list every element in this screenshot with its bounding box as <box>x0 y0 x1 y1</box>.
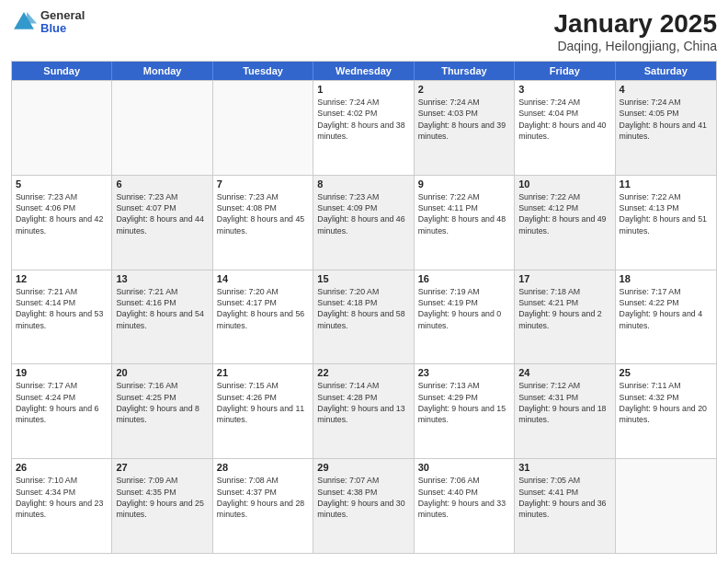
logo: General Blue <box>11 9 85 36</box>
logo-icon <box>11 9 37 35</box>
weekday-header: Friday <box>515 62 615 80</box>
calendar-cell: 20Sunrise: 7:16 AM Sunset: 4:25 PM Dayli… <box>112 364 212 458</box>
cell-info: Sunrise: 7:17 AM Sunset: 4:24 PM Dayligh… <box>16 380 108 425</box>
day-number: 2 <box>418 84 510 95</box>
calendar-cell: 13Sunrise: 7:21 AM Sunset: 4:16 PM Dayli… <box>112 270 212 364</box>
day-number: 15 <box>317 273 409 284</box>
day-number: 22 <box>317 367 409 378</box>
day-number: 11 <box>620 178 712 190</box>
day-number: 21 <box>217 367 309 378</box>
cell-info: Sunrise: 7:20 AM Sunset: 4:17 PM Dayligh… <box>217 286 309 331</box>
day-number: 19 <box>16 367 108 378</box>
day-number: 16 <box>418 273 510 284</box>
cell-info: Sunrise: 7:17 AM Sunset: 4:22 PM Dayligh… <box>620 286 712 331</box>
cell-info: Sunrise: 7:13 AM Sunset: 4:29 PM Dayligh… <box>418 380 510 425</box>
calendar-cell: 10Sunrise: 7:22 AM Sunset: 4:12 PM Dayli… <box>515 176 615 270</box>
cell-info: Sunrise: 7:08 AM Sunset: 4:37 PM Dayligh… <box>217 475 309 520</box>
calendar-cell: 16Sunrise: 7:19 AM Sunset: 4:19 PM Dayli… <box>415 270 515 364</box>
cell-info: Sunrise: 7:23 AM Sunset: 4:09 PM Dayligh… <box>317 191 409 236</box>
weekday-header: Thursday <box>415 62 515 80</box>
day-number: 4 <box>620 84 712 95</box>
day-number: 6 <box>116 178 208 190</box>
weekday-header: Monday <box>112 62 212 80</box>
day-number: 12 <box>16 273 108 284</box>
calendar-cell: 22Sunrise: 7:14 AM Sunset: 4:28 PM Dayli… <box>313 364 414 458</box>
day-number: 18 <box>620 273 712 284</box>
calendar: SundayMondayTuesdayWednesdayThursdayFrid… <box>11 61 717 554</box>
calendar-body: 1Sunrise: 7:24 AM Sunset: 4:02 PM Daylig… <box>12 80 716 553</box>
calendar-cell <box>112 81 212 175</box>
cell-info: Sunrise: 7:21 AM Sunset: 4:16 PM Dayligh… <box>116 286 208 331</box>
cell-info: Sunrise: 7:24 AM Sunset: 4:04 PM Dayligh… <box>518 97 610 142</box>
day-number: 10 <box>518 178 610 190</box>
calendar-cell: 19Sunrise: 7:17 AM Sunset: 4:24 PM Dayli… <box>12 364 112 458</box>
calendar-cell: 31Sunrise: 7:05 AM Sunset: 4:41 PM Dayli… <box>515 459 615 553</box>
calendar-cell: 1Sunrise: 7:24 AM Sunset: 4:02 PM Daylig… <box>313 81 414 175</box>
calendar-cell <box>12 81 112 175</box>
cell-info: Sunrise: 7:22 AM Sunset: 4:11 PM Dayligh… <box>418 191 510 236</box>
day-number: 5 <box>16 178 108 190</box>
calendar-cell: 17Sunrise: 7:18 AM Sunset: 4:21 PM Dayli… <box>515 270 615 364</box>
calendar-cell: 21Sunrise: 7:15 AM Sunset: 4:26 PM Dayli… <box>213 364 313 458</box>
page-title: January 2025 <box>554 9 717 39</box>
calendar-cell: 28Sunrise: 7:08 AM Sunset: 4:37 PM Dayli… <box>213 459 313 553</box>
cell-info: Sunrise: 7:18 AM Sunset: 4:21 PM Dayligh… <box>518 286 610 331</box>
weekday-header: Saturday <box>616 62 716 80</box>
day-number: 17 <box>518 273 610 284</box>
cell-info: Sunrise: 7:22 AM Sunset: 4:12 PM Dayligh… <box>518 191 610 236</box>
day-number: 1 <box>317 84 409 95</box>
logo-blue: Blue <box>40 22 85 35</box>
weekday-header: Tuesday <box>213 62 313 80</box>
cell-info: Sunrise: 7:24 AM Sunset: 4:02 PM Dayligh… <box>317 97 409 142</box>
calendar-cell: 5Sunrise: 7:23 AM Sunset: 4:06 PM Daylig… <box>12 176 112 270</box>
calendar-cell: 8Sunrise: 7:23 AM Sunset: 4:09 PM Daylig… <box>313 176 414 270</box>
cell-info: Sunrise: 7:22 AM Sunset: 4:13 PM Dayligh… <box>620 191 712 236</box>
cell-info: Sunrise: 7:24 AM Sunset: 4:03 PM Dayligh… <box>418 97 510 142</box>
day-number: 31 <box>518 462 610 473</box>
calendar-cell: 2Sunrise: 7:24 AM Sunset: 4:03 PM Daylig… <box>415 81 515 175</box>
cell-info: Sunrise: 7:23 AM Sunset: 4:07 PM Dayligh… <box>116 191 208 236</box>
cell-info: Sunrise: 7:10 AM Sunset: 4:34 PM Dayligh… <box>16 475 108 520</box>
calendar-row: 1Sunrise: 7:24 AM Sunset: 4:02 PM Daylig… <box>12 80 716 175</box>
calendar-row: 12Sunrise: 7:21 AM Sunset: 4:14 PM Dayli… <box>12 270 716 364</box>
calendar-cell: 4Sunrise: 7:24 AM Sunset: 4:05 PM Daylig… <box>616 81 716 175</box>
calendar-row: 26Sunrise: 7:10 AM Sunset: 4:34 PM Dayli… <box>12 458 716 553</box>
cell-info: Sunrise: 7:24 AM Sunset: 4:05 PM Dayligh… <box>620 97 712 142</box>
weekday-header: Wednesday <box>313 62 414 80</box>
logo-text: General Blue <box>40 9 85 36</box>
cell-info: Sunrise: 7:15 AM Sunset: 4:26 PM Dayligh… <box>217 380 309 425</box>
day-number: 9 <box>418 178 510 190</box>
calendar-cell: 29Sunrise: 7:07 AM Sunset: 4:38 PM Dayli… <box>313 459 414 553</box>
cell-info: Sunrise: 7:14 AM Sunset: 4:28 PM Dayligh… <box>317 380 409 425</box>
cell-info: Sunrise: 7:16 AM Sunset: 4:25 PM Dayligh… <box>116 380 208 425</box>
calendar-cell: 9Sunrise: 7:22 AM Sunset: 4:11 PM Daylig… <box>415 176 515 270</box>
calendar-cell <box>616 459 716 553</box>
calendar-cell: 23Sunrise: 7:13 AM Sunset: 4:29 PM Dayli… <box>415 364 515 458</box>
calendar-cell: 12Sunrise: 7:21 AM Sunset: 4:14 PM Dayli… <box>12 270 112 364</box>
calendar-cell: 24Sunrise: 7:12 AM Sunset: 4:31 PM Dayli… <box>515 364 615 458</box>
day-number: 24 <box>518 367 610 378</box>
cell-info: Sunrise: 7:23 AM Sunset: 4:08 PM Dayligh… <box>217 191 309 236</box>
cell-info: Sunrise: 7:09 AM Sunset: 4:35 PM Dayligh… <box>116 475 208 520</box>
calendar-header: SundayMondayTuesdayWednesdayThursdayFrid… <box>12 62 716 80</box>
calendar-cell: 15Sunrise: 7:20 AM Sunset: 4:18 PM Dayli… <box>313 270 414 364</box>
day-number: 30 <box>418 462 510 473</box>
day-number: 13 <box>116 273 208 284</box>
calendar-cell: 3Sunrise: 7:24 AM Sunset: 4:04 PM Daylig… <box>515 81 615 175</box>
cell-info: Sunrise: 7:06 AM Sunset: 4:40 PM Dayligh… <box>418 475 510 520</box>
page: General Blue January 2025 Daqing, Heilon… <box>0 0 728 563</box>
calendar-row: 19Sunrise: 7:17 AM Sunset: 4:24 PM Dayli… <box>12 363 716 458</box>
cell-info: Sunrise: 7:21 AM Sunset: 4:14 PM Dayligh… <box>16 286 108 331</box>
cell-info: Sunrise: 7:19 AM Sunset: 4:19 PM Dayligh… <box>418 286 510 331</box>
calendar-cell: 7Sunrise: 7:23 AM Sunset: 4:08 PM Daylig… <box>213 176 313 270</box>
title-block: January 2025 Daqing, Heilongjiang, China <box>554 9 717 53</box>
day-number: 14 <box>217 273 309 284</box>
calendar-cell: 11Sunrise: 7:22 AM Sunset: 4:13 PM Dayli… <box>616 176 716 270</box>
svg-marker-1 <box>27 12 37 23</box>
calendar-row: 5Sunrise: 7:23 AM Sunset: 4:06 PM Daylig… <box>12 175 716 270</box>
cell-info: Sunrise: 7:07 AM Sunset: 4:38 PM Dayligh… <box>317 475 409 520</box>
header: General Blue January 2025 Daqing, Heilon… <box>11 9 717 53</box>
calendar-cell: 14Sunrise: 7:20 AM Sunset: 4:17 PM Dayli… <box>213 270 313 364</box>
cell-info: Sunrise: 7:11 AM Sunset: 4:32 PM Dayligh… <box>620 380 712 425</box>
calendar-cell: 26Sunrise: 7:10 AM Sunset: 4:34 PM Dayli… <box>12 459 112 553</box>
